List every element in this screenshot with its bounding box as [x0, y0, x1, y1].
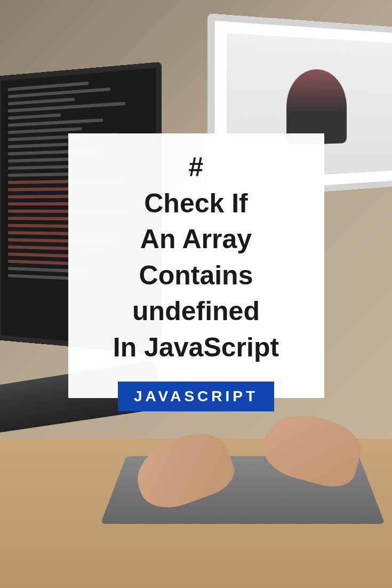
card-title: # Check If An Array Contains undefined I…: [84, 149, 308, 365]
title-line-4: undefined: [132, 296, 260, 326]
title-line-1: Check If: [144, 188, 248, 218]
title-line-5: In JavaScript: [113, 332, 279, 362]
title-card: # Check If An Array Contains undefined I…: [68, 133, 324, 398]
title-line-2: An Array: [140, 224, 252, 254]
hands: [136, 417, 360, 524]
hash-symbol: #: [189, 152, 204, 182]
category-badge: JAVASCRIPT: [118, 382, 274, 411]
title-line-3: Contains: [139, 260, 253, 290]
right-hand: [258, 406, 367, 492]
left-hand: [128, 424, 240, 517]
